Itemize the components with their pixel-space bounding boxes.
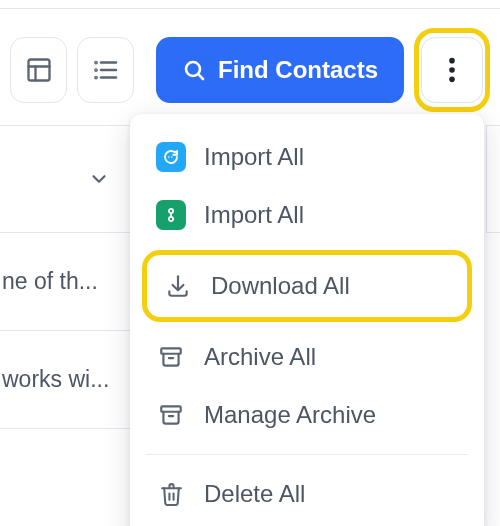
- left-column: ne of th... works wi...: [0, 125, 133, 429]
- menu-item-import-chat[interactable]: Import All: [142, 128, 472, 186]
- svg-rect-0: [28, 60, 49, 81]
- svg-point-11: [449, 58, 455, 64]
- link-app-icon: [156, 200, 186, 230]
- svg-line-10: [198, 74, 203, 79]
- menu-item-label: Manage Archive: [204, 401, 376, 429]
- menu-item-label: Archive All: [204, 343, 316, 371]
- svg-point-12: [449, 67, 455, 73]
- archive-icon: [156, 400, 186, 430]
- more-actions-menu: Import All Import All Download: [130, 114, 484, 526]
- menu-item-download-all[interactable]: Download All: [153, 259, 461, 313]
- menu-item-delete-all[interactable]: Delete All: [142, 465, 472, 523]
- menu-item-manage-archive[interactable]: Manage Archive: [142, 386, 472, 444]
- find-contacts-label: Find Contacts: [218, 56, 378, 84]
- layout-icon: [25, 56, 53, 84]
- right-column-sliver: [486, 125, 500, 233]
- chevron-down-icon: [88, 168, 110, 190]
- more-actions-button[interactable]: [421, 37, 483, 103]
- search-icon: [182, 58, 206, 82]
- menu-separator: [146, 454, 468, 455]
- svg-point-13: [449, 77, 455, 83]
- menu-item-label: Import All: [204, 143, 304, 171]
- column-header-edge: [486, 125, 500, 233]
- menu-item-archive-all[interactable]: Archive All: [142, 328, 472, 386]
- column-header[interactable]: [0, 125, 133, 233]
- chat-app-icon: [156, 142, 186, 172]
- top-divider: [0, 8, 500, 9]
- toolbar: Find Contacts: [0, 28, 490, 112]
- svg-rect-21: [161, 406, 181, 411]
- table-row[interactable]: works wi...: [0, 331, 133, 429]
- menu-item-label: Import All: [204, 201, 304, 229]
- row-text: ne of th...: [2, 268, 98, 295]
- svg-point-14: [168, 156, 170, 158]
- menu-item-label: Download All: [211, 272, 350, 300]
- trash-icon: [156, 479, 186, 509]
- svg-point-7: [95, 69, 96, 70]
- archive-icon: [156, 342, 186, 372]
- more-button-highlight: [414, 28, 490, 112]
- list-view-button[interactable]: [77, 37, 134, 103]
- table-row[interactable]: ne of th...: [0, 233, 133, 331]
- svg-rect-19: [161, 348, 181, 353]
- find-contacts-button[interactable]: Find Contacts: [156, 37, 404, 103]
- list-icon: [91, 55, 121, 85]
- svg-point-8: [95, 77, 96, 78]
- menu-item-highlight: Download All: [142, 250, 472, 322]
- layout-view-button[interactable]: [10, 37, 67, 103]
- row-text: works wi...: [2, 366, 109, 393]
- menu-item-label: Delete All: [204, 480, 305, 508]
- svg-point-6: [95, 62, 96, 63]
- svg-point-15: [171, 156, 173, 158]
- kebab-icon: [448, 56, 456, 84]
- download-icon: [163, 271, 193, 301]
- menu-item-import-link[interactable]: Import All: [142, 186, 472, 244]
